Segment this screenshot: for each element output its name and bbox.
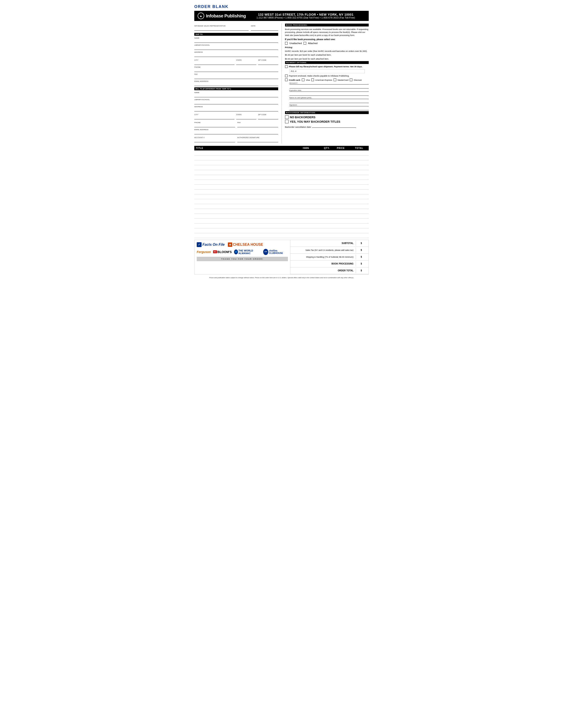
isbn-cell[interactable] (290, 155, 322, 160)
attached-checkbox[interactable] (304, 42, 306, 45)
table-row[interactable] (194, 218, 369, 223)
price-cell[interactable] (332, 223, 350, 228)
bill-state-field[interactable] (236, 116, 256, 119)
qty-cell[interactable] (322, 218, 332, 223)
table-row[interactable] (194, 223, 369, 228)
total-cell[interactable] (350, 189, 369, 194)
signature-field[interactable] (290, 107, 369, 110)
total-cell[interactable] (350, 170, 369, 175)
qty-cell[interactable] (322, 150, 332, 155)
isbn-cell[interactable] (290, 175, 322, 180)
price-cell[interactable] (332, 184, 350, 189)
bill-name-field[interactable] (194, 94, 278, 97)
no-backorder-checkbox[interactable] (285, 115, 289, 119)
qty-cell[interactable] (322, 184, 332, 189)
total-cell[interactable] (350, 184, 369, 189)
table-row[interactable] (194, 160, 369, 165)
isbn-cell[interactable] (290, 233, 322, 238)
qty-cell[interactable] (322, 214, 332, 218)
mastercard-checkbox[interactable] (334, 79, 336, 81)
total-cell[interactable] (350, 204, 369, 209)
title-cell[interactable] (194, 184, 290, 189)
bill-library-checkbox[interactable] (285, 65, 288, 68)
name-field[interactable] (194, 39, 278, 43)
title-cell[interactable] (194, 189, 290, 194)
isbn-cell[interactable] (290, 214, 322, 218)
bill-zip-field[interactable] (258, 116, 278, 119)
account-num-field[interactable] (290, 85, 369, 88)
total-cell[interactable] (350, 233, 369, 238)
qty-cell[interactable] (322, 155, 332, 160)
title-cell[interactable] (194, 180, 290, 184)
isbn-cell[interactable] (290, 199, 322, 204)
isbn-cell[interactable] (290, 189, 322, 194)
price-cell[interactable] (332, 209, 350, 214)
rep-field-line[interactable] (194, 27, 248, 31)
table-row[interactable] (194, 180, 369, 184)
price-cell[interactable] (332, 175, 350, 180)
price-cell[interactable] (332, 189, 350, 194)
email-field[interactable] (194, 83, 278, 86)
isbn-cell[interactable] (290, 180, 322, 184)
title-cell[interactable] (194, 204, 290, 209)
title-cell[interactable] (194, 170, 290, 175)
expiration-field[interactable] (290, 92, 369, 96)
title-cell[interactable] (194, 214, 290, 218)
total-cell[interactable] (350, 214, 369, 218)
discover-checkbox[interactable] (350, 79, 352, 81)
price-cell[interactable] (332, 194, 350, 199)
table-row[interactable] (194, 228, 369, 233)
qty-cell[interactable] (322, 165, 332, 170)
title-cell[interactable] (194, 233, 290, 238)
title-cell[interactable] (194, 165, 290, 170)
total-cell[interactable] (350, 194, 369, 199)
visa-checkbox[interactable] (302, 79, 305, 81)
qty-cell[interactable] (322, 204, 332, 209)
state-field[interactable] (236, 61, 256, 65)
qty-cell[interactable] (322, 209, 332, 214)
total-cell[interactable] (350, 175, 369, 180)
total-cell[interactable] (350, 165, 369, 170)
title-cell[interactable] (194, 209, 290, 214)
table-row[interactable] (194, 170, 369, 175)
city-field[interactable] (194, 61, 234, 65)
bill-email-field[interactable] (194, 131, 278, 134)
title-cell[interactable] (194, 218, 290, 223)
title-cell[interactable] (194, 228, 290, 233)
title-cell[interactable] (194, 199, 290, 204)
isbn-cell[interactable] (290, 184, 322, 189)
price-cell[interactable] (332, 150, 350, 155)
amex-checkbox[interactable] (311, 79, 314, 81)
date-field-line[interactable] (251, 27, 278, 31)
isbn-cell[interactable] (290, 160, 322, 165)
fax-field[interactable] (194, 75, 278, 79)
qty-cell[interactable] (322, 199, 332, 204)
title-cell[interactable] (194, 175, 290, 180)
title-cell[interactable] (194, 160, 290, 165)
bill-fax-field[interactable] (237, 124, 278, 127)
name-on-card-field[interactable] (290, 99, 369, 103)
address-field[interactable] (194, 53, 278, 57)
price-cell[interactable] (332, 170, 350, 175)
qty-cell[interactable] (322, 228, 332, 233)
account-field[interactable] (194, 139, 235, 142)
isbn-cell[interactable] (290, 194, 322, 199)
bill-phone-field[interactable] (194, 124, 235, 127)
title-cell[interactable] (194, 150, 290, 155)
total-cell[interactable] (350, 223, 369, 228)
price-cell[interactable] (332, 204, 350, 209)
po-number-field[interactable]: P.O. #: (290, 69, 365, 73)
isbn-cell[interactable] (290, 228, 322, 233)
price-cell[interactable] (332, 228, 350, 233)
bill-address-field[interactable] (194, 108, 278, 111)
isbn-cell[interactable] (290, 165, 322, 170)
total-cell[interactable] (350, 199, 369, 204)
total-cell[interactable] (350, 180, 369, 184)
library-field[interactable] (194, 46, 278, 50)
qty-cell[interactable] (322, 194, 332, 199)
qty-cell[interactable] (322, 233, 332, 238)
title-cell[interactable] (194, 223, 290, 228)
table-row[interactable] (194, 155, 369, 160)
total-cell[interactable] (350, 218, 369, 223)
backorder-date-field[interactable] (312, 124, 356, 128)
